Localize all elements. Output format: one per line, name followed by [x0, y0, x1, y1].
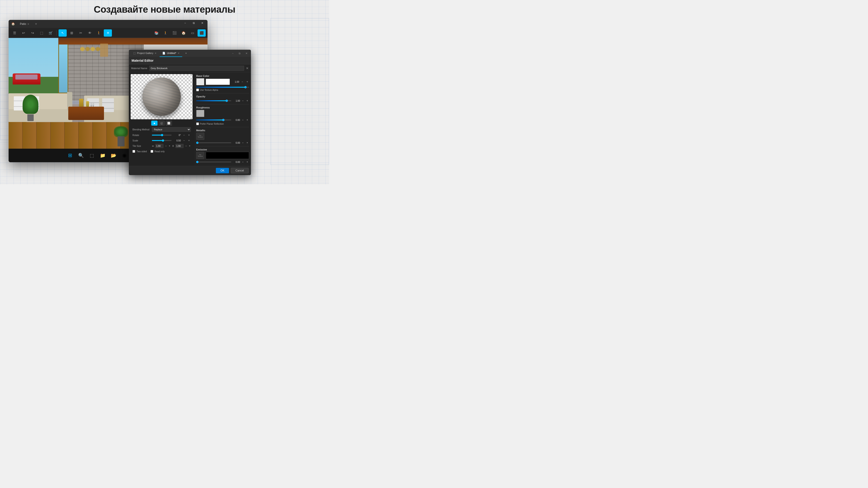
divider-4 [196, 146, 249, 147]
group-tool[interactable]: ⊞ [68, 29, 76, 37]
metallic-texture[interactable]: NoTexture [196, 133, 204, 140]
cursor-icon: ↖ [61, 31, 64, 35]
scale-plus[interactable]: + [187, 139, 191, 142]
blending-row: Blending Method Replace [131, 127, 193, 132]
mat-name-close-icon[interactable]: ✕ [246, 66, 249, 70]
delete-icon: ⬚ [40, 31, 43, 35]
delete-button[interactable]: ⬚ [37, 29, 46, 37]
roughness-swatch[interactable] [196, 110, 204, 117]
close-button[interactable]: ✕ [197, 20, 208, 27]
tile-size-x-input[interactable] [155, 144, 163, 148]
tile-y-plus[interactable]: + [188, 144, 191, 148]
tile-y-minus[interactable]: − [185, 144, 187, 148]
cancel-button[interactable]: Cancel [231, 168, 249, 173]
search-button[interactable]: 🔍 [77, 151, 85, 160]
sun-tool[interactable]: ☀ [104, 29, 112, 37]
read-only-checkbox[interactable] [151, 150, 153, 153]
emissive-texture[interactable]: NoTexture [196, 152, 204, 159]
base-color-texture-swatch[interactable] [196, 78, 204, 86]
view-flat-button[interactable]: ◱ [158, 121, 165, 126]
windows-button[interactable]: ⊞ [66, 151, 74, 160]
view-sphere-button[interactable]: ● [151, 121, 158, 126]
walk-tool[interactable]: 🚶 [95, 29, 103, 37]
chrome-icon: ◉ [122, 153, 127, 158]
opacity-slider[interactable] [196, 100, 231, 101]
panel-restore[interactable]: ⧉ [237, 51, 242, 56]
tab-close-icon[interactable]: ✕ [27, 23, 29, 25]
rotate-row: Rotate 0° − + [131, 132, 193, 138]
rotate-minus[interactable]: − [182, 133, 186, 137]
view-box-button[interactable]: ⬜ [166, 121, 172, 126]
emissive-plus[interactable]: + [246, 160, 249, 164]
layout-button[interactable]: ⬛ [170, 29, 179, 37]
undo-button[interactable]: ↩ [20, 29, 28, 37]
redo-button[interactable]: ↪ [29, 29, 37, 37]
tab-patio[interactable]: Patio ✕ [17, 20, 32, 28]
file-explorer-button[interactable]: 📁 [98, 151, 107, 160]
emissive-minus[interactable]: − [241, 160, 245, 164]
eye-tool[interactable]: 👁 [86, 29, 94, 37]
opacity-minus[interactable]: − [241, 99, 245, 102]
panel-close[interactable]: ✕ [244, 51, 249, 56]
tile-x-plus[interactable]: + [168, 144, 170, 148]
scale-minus[interactable]: − [182, 139, 186, 142]
planar-checkbox[interactable] [196, 123, 199, 125]
opacity-plus[interactable]: + [246, 99, 249, 102]
tab-untitled[interactable]: 📄 Untitled* ✕ [160, 50, 182, 57]
planar-row: Prefer Planar Reflection [196, 122, 249, 126]
hex-2 [86, 47, 90, 51]
mannequin-button[interactable]: 🚶 [161, 29, 169, 37]
base-minus[interactable]: − [241, 80, 244, 84]
select-tool[interactable]: ↖ [59, 29, 67, 37]
two-sided-row: Two-sided Read only [131, 149, 193, 154]
tile-size-y-input[interactable] [176, 144, 184, 148]
cart-button[interactable]: 🛒 [46, 29, 55, 37]
roughness-plus[interactable]: + [246, 119, 249, 122]
hex-1 [80, 47, 85, 51]
menu-button[interactable]: ☰ [10, 29, 19, 37]
ok-button[interactable]: OK [216, 168, 229, 173]
emissive-slider[interactable] [196, 162, 231, 162]
sofa-left [8, 93, 72, 122]
two-sided-checkbox[interactable] [132, 150, 135, 153]
roughness-minus[interactable]: − [241, 119, 245, 122]
use-alpha-checkbox[interactable] [196, 89, 199, 91]
floor-plant [114, 126, 128, 147]
metallic-minus[interactable]: − [241, 141, 245, 144]
sphere-deco-1 [90, 103, 92, 107]
roughness-fill [196, 120, 223, 121]
mat-right: Base Color 1.00 − + Use Text [194, 72, 251, 166]
3d-front-button[interactable]: ▭ [188, 29, 197, 37]
blending-dropdown[interactable]: Replace [152, 127, 191, 132]
base-color-slider[interactable] [196, 87, 249, 88]
metallic-slider[interactable] [196, 142, 231, 143]
library-button[interactable]: 📚 [152, 29, 160, 37]
3d-box-button[interactable]: ⬛ [197, 29, 206, 37]
emissive-color-swatch[interactable] [206, 152, 249, 159]
scissors-tool[interactable]: ✂ [76, 29, 85, 37]
tab-new-button[interactable]: + [33, 21, 39, 27]
tile-x-minus[interactable]: − [165, 144, 167, 148]
rotate-slider[interactable] [152, 135, 172, 135]
yellow-folder-button[interactable]: 📂 [110, 151, 118, 160]
base-plus[interactable]: + [246, 80, 249, 84]
scale-slider[interactable] [152, 140, 172, 141]
sun-icon: ☀ [106, 31, 110, 35]
emissive-color-row: NoTexture [196, 152, 249, 159]
metallic-plus[interactable]: + [246, 141, 249, 144]
tab-project-gallery[interactable]: ⬚ Project Gallery ✕ [131, 50, 159, 57]
roughness-slider[interactable] [196, 120, 231, 121]
chrome-button[interactable]: ◉ [120, 151, 128, 160]
mat-name-input[interactable] [149, 66, 244, 71]
rotate-plus[interactable]: + [187, 133, 191, 137]
untitled-tab-close[interactable]: ✕ [178, 52, 180, 55]
no-texture-label: NoTexture [198, 135, 203, 138]
car [13, 73, 40, 85]
gallery-tab-close[interactable]: ✕ [155, 52, 156, 55]
app-icon: 🏠 [11, 22, 15, 26]
tab-new-panel[interactable]: + [183, 50, 189, 57]
task-view-button[interactable]: ⬚ [88, 151, 96, 160]
panel-minimize[interactable]: − [230, 51, 236, 56]
base-color-swatch[interactable] [206, 78, 230, 85]
house-button[interactable]: 🏠 [180, 29, 188, 37]
